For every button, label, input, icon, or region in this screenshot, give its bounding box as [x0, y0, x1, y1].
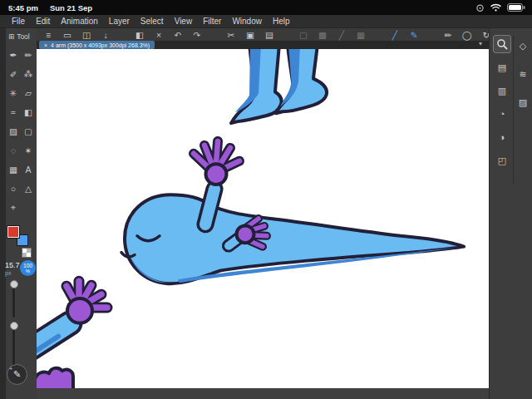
redo-icon[interactable]: ↷: [192, 29, 202, 41]
menu-item-edit[interactable]: Edit: [36, 17, 50, 26]
new-canvas-icon[interactable]: ▭: [62, 29, 72, 41]
status-icons: [475, 3, 525, 12]
battery-icon: [507, 3, 525, 12]
bottom-left-arm: [37, 323, 70, 357]
tool-eyedropper[interactable]: ⌖: [7, 201, 21, 214]
decoration-panel-button[interactable]: ≋: [514, 65, 532, 83]
tool-brush[interactable]: ✐: [7, 67, 21, 80]
magnifier-icon: [496, 38, 508, 50]
sub-tool-panel-icon: ▤: [498, 62, 506, 73]
menu-item-view[interactable]: View: [175, 17, 193, 26]
menu-item-select[interactable]: Select: [140, 17, 164, 26]
artwork-svg: [37, 49, 489, 388]
layer-panel-button[interactable]: ◰: [493, 151, 511, 170]
opacity-slider-track[interactable]: [12, 324, 15, 369]
tool-airbrush[interactable]: ⁂: [22, 67, 36, 80]
brush-size-panel-button[interactable]: ◔: [493, 105, 511, 123]
layer-panel-icon: ◰: [498, 155, 506, 166]
decoration-panel-icon: ≋: [519, 69, 526, 80]
tab-list-chevron-icon[interactable]: ▾: [479, 40, 482, 47]
grid-icon[interactable]: ▦: [356, 29, 366, 41]
document-tab[interactable]: × 4 arm (3500 x 4093px 300dpi 268.3%): [39, 41, 155, 49]
app-window: 5:45 pm Sun 21 Sep File Edit Animation L…: [0, 0, 532, 399]
legs: [231, 49, 327, 123]
canvas-settings-icon[interactable]: ◫: [81, 29, 91, 41]
zoom-panel-button[interactable]: [493, 35, 511, 53]
pen-settings-glyph: ✎: [13, 369, 21, 380]
bottom-left-palm: [67, 298, 92, 323]
status-bar: 5:45 pm Sun 21 Sep: [0, 0, 532, 15]
sub-tool-panel-button[interactable]: ▤: [493, 58, 511, 76]
menu-item-file[interactable]: File: [12, 17, 25, 26]
tool-decoration[interactable]: ✳: [7, 86, 21, 99]
document-tab-bar: × 4 arm (3500 x 4093px 300dpi 268.3%) ▾: [37, 41, 489, 49]
canvas[interactable]: [37, 49, 489, 388]
snap-ruler-icon[interactable]: ╱: [390, 29, 400, 41]
main-menu-icon[interactable]: ≡: [43, 29, 53, 41]
front-palm: [237, 225, 254, 243]
deselect-icon[interactable]: ▢: [298, 29, 308, 41]
panel-edge: [0, 28, 6, 399]
brush-size-unit: px: [5, 270, 20, 277]
opacity-badge[interactable]: 100 %: [20, 260, 36, 276]
tool-figure[interactable]: △: [22, 182, 36, 195]
right-panel: ▤ ▥ ◔ ◑ ◰ ◇ ≋ ▨: [489, 27, 532, 399]
tool-balloon[interactable]: ○: [7, 182, 21, 195]
brush-size-slider-knob[interactable]: [10, 280, 18, 288]
artwork: [37, 49, 464, 388]
tool-blend[interactable]: ≈: [7, 106, 21, 118]
tool-gradient[interactable]: ▨: [7, 125, 21, 137]
menu-item-animation[interactable]: Animation: [61, 17, 97, 26]
tool-property-panel-icon: ▥: [498, 86, 506, 96]
raised-arm: [205, 189, 214, 224]
tool-pen[interactable]: ✒: [7, 48, 21, 61]
menu-bar: File Edit Animation Layer Select View Fi…: [0, 15, 532, 27]
color-set-panel-button[interactable]: ◑: [493, 128, 511, 146]
tool-text[interactable]: A: [22, 163, 36, 175]
tool-pencil[interactable]: ✏: [22, 48, 36, 61]
invert-selection-icon[interactable]: ▩: [318, 29, 328, 41]
menu-item-help[interactable]: Help: [273, 17, 290, 26]
tool-frame[interactable]: ▦: [7, 163, 21, 175]
opacity-unit: %: [20, 268, 36, 273]
toolbar-separator: [283, 35, 289, 36]
close-tab-icon[interactable]: ×: [44, 42, 47, 48]
toolbar-separator: [211, 35, 217, 36]
color-set-panel-icon: ◑: [500, 132, 505, 142]
menu-item-filter[interactable]: Filter: [203, 17, 221, 26]
snap-guide-icon[interactable]: ✎: [409, 29, 419, 41]
menu-item-layer[interactable]: Layer: [109, 17, 130, 26]
orientation-lock-icon: [475, 3, 485, 12]
clear-icon[interactable]: ×: [154, 29, 164, 41]
tool-lasso[interactable]: ◌: [7, 144, 21, 156]
toolbar-separator: [120, 35, 126, 36]
tool-auto-select[interactable]: ✶: [22, 144, 36, 156]
material-panel-button[interactable]: ◇: [514, 37, 532, 55]
material-panel-icon: ◇: [520, 41, 526, 52]
fill-icon[interactable]: ◧: [135, 29, 145, 41]
pattern-panel-button[interactable]: ▨: [514, 93, 532, 111]
main-color-swatch[interactable]: [7, 226, 19, 238]
wifi-icon: [490, 3, 501, 12]
crop-icon[interactable]: ╱: [337, 29, 347, 41]
pen-pressure-icon[interactable]: ✏: [443, 29, 453, 41]
menu-item-window[interactable]: Window: [232, 17, 262, 26]
transparent-color-swatch[interactable]: [22, 248, 32, 258]
tool-list: ✒ ✏ ✐ ⁂ ✳ ▱ ≈ ◧ ▨ ▢ ◌ ✶ ▦ A ○ △ ⌖: [6, 48, 36, 214]
save-icon[interactable]: ↓: [101, 29, 111, 41]
tool-panel: ⊞ Tool ✒ ✏ ✐ ⁂ ✳ ▱ ≈ ◧ ▨ ▢ ◌ ✶ ▦ A ○ △ ⌖…: [0, 27, 37, 399]
tool-fill[interactable]: ◧: [22, 106, 36, 118]
paste-icon[interactable]: ▤: [264, 29, 274, 41]
cut-icon[interactable]: ✂: [226, 29, 236, 41]
toolbar-separator: [375, 35, 381, 36]
undo-icon[interactable]: ↶: [173, 29, 183, 41]
tool-property-panel-button[interactable]: ▥: [493, 81, 511, 100]
document-title: 4 arm (3500 x 4093px 300dpi 268.3%): [51, 42, 150, 48]
tool-selection[interactable]: ▢: [22, 125, 36, 137]
touch-gesture-icon[interactable]: ◯: [462, 29, 472, 41]
copy-icon[interactable]: ▣: [245, 29, 255, 41]
tool-eraser[interactable]: ▱: [22, 86, 36, 99]
opacity-slider-knob[interactable]: [10, 322, 18, 330]
tool-panel-header: ⊞ Tool: [8, 32, 30, 41]
raised-palm: [206, 164, 227, 185]
